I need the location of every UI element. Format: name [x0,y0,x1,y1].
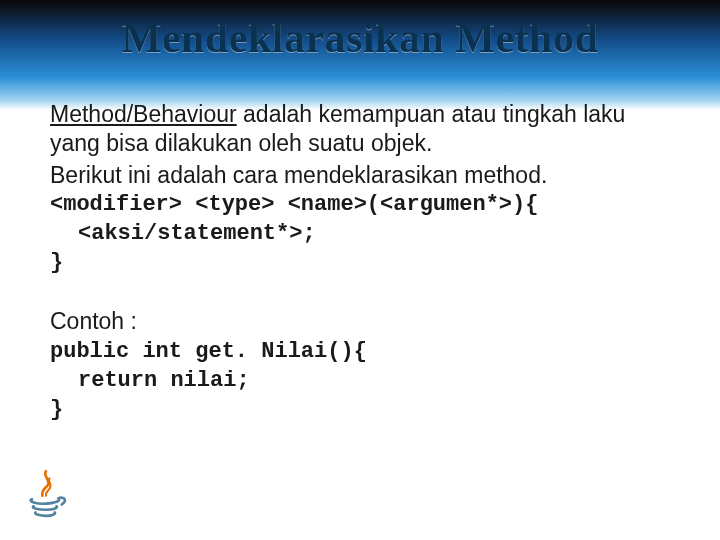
slide-body: Method/Behaviour adalah kemampuan atau t… [50,100,680,424]
example-line-2: return nilai; [50,366,680,395]
java-logo-icon [18,466,74,522]
syntax-line-1: <modifier> <type> <name>(<argumen*>){ [50,190,680,219]
syntax-line-3: } [50,248,680,277]
example-line-1: public int get. Nilai(){ [50,337,680,366]
slide-title: Mendeklarasikan Method [0,14,720,62]
paragraph-intro: Berikut ini adalah cara mendeklarasikan … [50,161,680,190]
example-label: Contoh : [50,307,680,336]
example-line-3: } [50,395,680,424]
syntax-line-2: <aksi/statement*>; [50,219,680,248]
term-method-behaviour: Method/Behaviour [50,101,237,127]
paragraph-definition: Method/Behaviour adalah kemampuan atau t… [50,100,680,159]
